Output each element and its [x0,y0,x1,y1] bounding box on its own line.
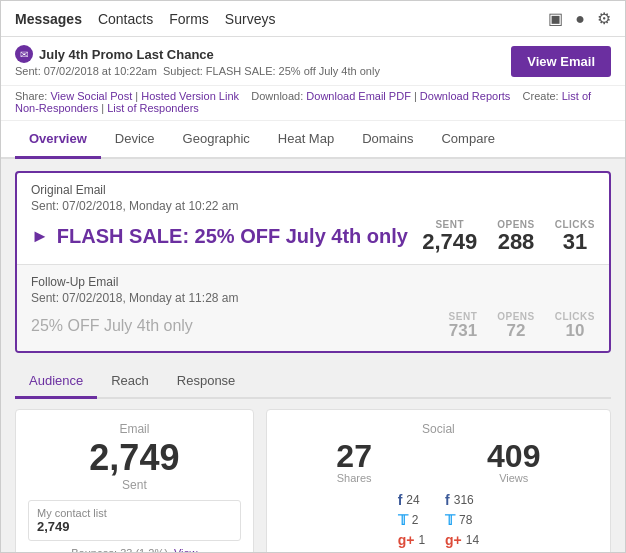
share-bar: Share: View Social Post | Hosted Version… [1,86,625,121]
original-clicks-stat: CLICKS 31 [555,219,595,254]
bounces-view-link[interactable]: View [174,547,198,552]
googleplus-views-icon: g+ [445,532,462,548]
nav-messages[interactable]: Messages [15,11,82,27]
original-subject-row: ► FLASH SALE: 25% OFF July 4th only SENT… [31,219,595,254]
main-content: Original Email Sent: 07/02/2018, Monday … [1,159,625,552]
nav-surveys[interactable]: Surveys [225,11,276,27]
tab-overview[interactable]: Overview [15,121,101,159]
gear-icon[interactable]: ⚙ [597,9,611,28]
original-sent-value: 2,749 [422,230,477,254]
social-shares-stat: 27 Shares [336,440,372,484]
email-card-subtitle: Sent [28,478,241,492]
original-email-type: Original Email [31,183,595,197]
facebook-shares-value: 24 [406,493,419,507]
bounces-row: Bounces: 33 (1.2%) View [28,547,241,552]
followup-email-card: Follow-Up Email Sent: 07/02/2018, Monday… [17,264,609,351]
nav-contacts[interactable]: Contacts [98,11,153,27]
nav-forms[interactable]: Forms [169,11,209,27]
contact-list-count: 2,749 [37,519,232,534]
shares-icons: f 24 𝕋 2 g+ 1 [398,492,425,548]
tab-domains[interactable]: Domains [348,121,427,159]
facebook-views-item: f 316 [445,492,474,508]
facebook-shares-item: f 24 [398,492,420,508]
contact-list-box: My contact list 2,749 [28,500,241,541]
sub-tabs: Audience Reach Response [15,365,611,399]
googleplus-shares-item: g+ 1 [398,532,425,548]
social-shares-value: 27 [336,440,372,472]
followup-opens-stat: OPENS 72 [497,311,535,341]
email-card-value: 2,749 [28,440,241,476]
original-email-sent-time: Sent: 07/02/2018, Monday at 10:22 am [31,199,595,213]
campaign-header: ✉ July 4th Promo Last Chance Sent: 07/02… [1,37,625,86]
original-subject: FLASH SALE: 25% OFF July 4th only [57,225,422,248]
followup-clicks-value: 10 [555,322,595,341]
campaign-icon-row: ✉ July 4th Promo Last Chance [15,45,380,63]
tab-heat-map[interactable]: Heat Map [264,121,348,159]
followup-subject: 25% OFF July 4th only [31,317,449,335]
followup-email-type: Follow-Up Email [31,275,595,289]
view-social-post-link[interactable]: View Social Post [50,90,132,102]
views-breakdown: f 316 𝕋 78 g+ 14 [445,492,479,548]
responders-link[interactable]: List of Responders [107,102,199,114]
sub-tab-audience[interactable]: Audience [15,365,97,399]
social-shares-label: Shares [336,472,372,484]
googleplus-shares-value: 1 [418,533,425,547]
twitter-views-item: 𝕋 78 [445,512,472,528]
twitter-views-icon: 𝕋 [445,512,455,528]
facebook-views-icon: f [445,492,450,508]
campaign-name: July 4th Promo Last Chance [39,47,214,62]
download-label: Download: [251,90,303,102]
stats-cards-row: Email 2,749 Sent My contact list 2,749 B… [15,409,611,552]
original-opens-value: 288 [497,230,535,254]
googleplus-views-item: g+ 14 [445,532,479,548]
followup-sent-value: 731 [449,322,478,341]
social-breakdown: f 24 𝕋 2 g+ 1 [279,492,598,548]
share-label: Share: [15,90,47,102]
email-stats-card: Email 2,749 Sent My contact list 2,749 B… [15,409,254,552]
followup-email-sent-time: Sent: 07/02/2018, Monday at 11:28 am [31,291,595,305]
download-reports-link[interactable]: Download Reports [420,90,511,102]
facebook-icon: f [398,492,403,508]
social-views-stat: 409 Views [487,440,540,484]
email-card-title: Email [28,422,241,436]
tab-geographic[interactable]: Geographic [169,121,264,159]
original-opens-stat: OPENS 288 [497,219,535,254]
shares-breakdown: f 24 𝕋 2 g+ 1 [398,492,425,548]
followup-clicks-stat: CLICKS 10 [555,311,595,341]
social-stats-card: Social 27 Shares 409 Views [266,409,611,552]
create-label: Create: [523,90,559,102]
app-container: Messages Contacts Forms Surveys ▣ ● ⚙ ✉ … [0,0,626,553]
bell-icon[interactable]: ● [575,10,585,28]
social-views-value: 409 [487,440,540,472]
original-clicks-value: 31 [555,230,595,254]
campaign-email-icon: ✉ [15,45,33,63]
download-pdf-link[interactable]: Download Email PDF [306,90,411,102]
followup-subject-row: 25% OFF July 4th only SENT 731 OPENS 72 … [31,311,595,341]
facebook-views-value: 316 [454,493,474,507]
bounces-text: Bounces: 33 (1.2%) [71,547,168,552]
bookmark-icon[interactable]: ▣ [548,9,563,28]
hosted-version-link[interactable]: Hosted Version Link [141,90,239,102]
twitter-shares-value: 2 [412,513,419,527]
followup-stats: SENT 731 OPENS 72 CLICKS 10 [449,311,595,341]
original-stats: SENT 2,749 OPENS 288 CLICKS 31 [422,219,595,254]
nav-links: Messages Contacts Forms Surveys [15,11,275,27]
social-card-title: Social [279,422,598,436]
googleplus-views-value: 14 [466,533,479,547]
sub-tab-reach[interactable]: Reach [97,365,163,399]
original-email-card: Original Email Sent: 07/02/2018, Monday … [17,173,609,264]
twitter-views-value: 78 [459,513,472,527]
followup-opens-value: 72 [497,322,535,341]
nav-icons: ▣ ● ⚙ [548,9,611,28]
twitter-icon: 𝕋 [398,512,408,528]
original-sent-stat: SENT 2,749 [422,219,477,254]
followup-sent-stat: SENT 731 [449,311,478,341]
tab-device[interactable]: Device [101,121,169,159]
tabs-bar: Overview Device Geographic Heat Map Doma… [1,121,625,159]
top-nav: Messages Contacts Forms Surveys ▣ ● ⚙ [1,1,625,37]
view-email-button[interactable]: View Email [511,46,611,77]
sub-tab-response[interactable]: Response [163,365,250,399]
twitter-shares-item: 𝕋 2 [398,512,419,528]
googleplus-icon: g+ [398,532,415,548]
tab-compare[interactable]: Compare [427,121,508,159]
